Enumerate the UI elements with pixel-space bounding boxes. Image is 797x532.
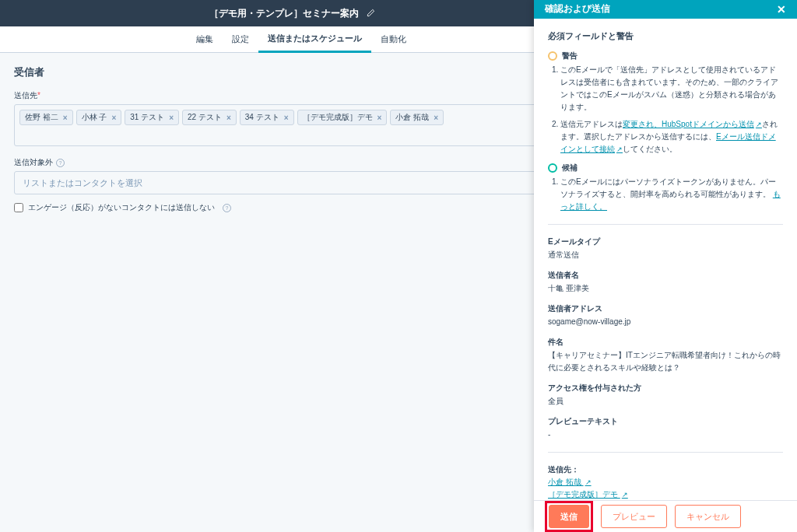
- drawer-title: 確認および送信: [545, 2, 610, 16]
- ok-icon: [548, 163, 557, 173]
- remove-pill-icon[interactable]: ×: [63, 114, 68, 122]
- unengaged-label: エンゲージ（反応）がないコンタクトには送信しない: [28, 202, 215, 213]
- email-type-value: 通常送信: [548, 249, 783, 261]
- warning-item: このEメールで「送信先」アドレスとして使用されているアドレスは受信者にも含まれて…: [560, 64, 783, 114]
- recipients-heading: 受信者: [14, 65, 564, 79]
- recipient-pill[interactable]: 31 テスト ×: [125, 110, 179, 125]
- page-title: ［デモ用・テンプレ］セミナー案内: [209, 7, 359, 20]
- remove-pill-icon[interactable]: ×: [169, 114, 174, 122]
- recipient-pill-label: 小林 子: [82, 112, 107, 123]
- help-icon[interactable]: ?: [56, 159, 65, 167]
- recipient-pill[interactable]: 22 テスト ×: [182, 110, 237, 125]
- recipient-pill[interactable]: 小林 子 ×: [76, 110, 122, 125]
- tab-automation[interactable]: 自動化: [371, 26, 416, 53]
- recipient-pill[interactable]: 小倉 拓哉 ×: [390, 110, 444, 125]
- close-icon[interactable]: ✕: [777, 3, 786, 16]
- drawer-header: 確認および送信 ✕: [534, 0, 797, 19]
- required-fields-heading: 必須フィールドと警告: [548, 30, 783, 44]
- suggestion-item: このEメールにはパーソナライズトークンがありません。パーソナライズすると、開封率…: [560, 176, 783, 213]
- exclude-select[interactable]: リストまたはコンタクトを選択 ▼: [14, 171, 564, 194]
- exclude-label: 送信対象外?: [14, 157, 564, 168]
- unengaged-checkbox-row[interactable]: エンゲージ（反応）がないコンタクトには送信しない ?: [14, 202, 564, 213]
- recipient-pill-label: 22 テスト: [188, 112, 222, 123]
- remove-pill-icon[interactable]: ×: [111, 114, 116, 122]
- access-label: アクセス権を付与された方: [548, 382, 783, 394]
- sendto-select[interactable]: 佐野 裕二 ×小林 子 ×31 テスト ×22 テスト ×34 テスト ×［デモ…: [14, 104, 564, 146]
- drawer-recipient-link[interactable]: 小倉 拓哉 ↗: [548, 476, 783, 488]
- recipient-pill-label: ［デモ完成版］デモ: [303, 112, 373, 123]
- recipient-pill[interactable]: 34 テスト ×: [240, 110, 294, 125]
- tab-settings[interactable]: 設定: [223, 26, 258, 53]
- remove-pill-icon[interactable]: ×: [284, 114, 289, 122]
- preview-text-value: -: [548, 429, 783, 441]
- unengaged-checkbox[interactable]: [14, 203, 23, 212]
- from-addr-value: sogame@now-village.jp: [548, 316, 783, 328]
- send-button-highlight: 送信: [545, 501, 593, 532]
- warning-item: 送信元アドレスは変更され、HubSpotドメインから送信↗されます。選択したアド…: [560, 118, 783, 156]
- drawer-recipient-link[interactable]: ［デモ完成版］デモ ↗: [548, 488, 783, 501]
- recipient-pill[interactable]: ［デモ完成版］デモ ×: [297, 110, 388, 125]
- warning-icon: [548, 51, 557, 61]
- from-name-label: 送信者名: [548, 269, 783, 282]
- suggestion-status: 候補: [548, 162, 783, 174]
- send-button[interactable]: 送信: [549, 505, 589, 528]
- from-name-value: 十亀 亜津美: [548, 282, 783, 295]
- recipient-pill-label: 31 テスト: [130, 112, 164, 123]
- drawer-sendto-label: 送信先：: [548, 464, 783, 476]
- sendto-label: 送信先*: [14, 90, 564, 101]
- recipient-pill[interactable]: 佐野 裕二 ×: [19, 110, 73, 125]
- review-send-drawer: 確認および送信 ✕ 必須フィールドと警告 警告 このEメールで「送信先」アドレス…: [534, 0, 797, 532]
- subject-label: 件名: [548, 336, 783, 348]
- recipient-pill-label: 34 テスト: [245, 112, 279, 123]
- access-value: 全員: [548, 395, 783, 408]
- connect-domain-link[interactable]: Eメール送信ドメインとして接続↗: [560, 132, 776, 153]
- recipient-pill-label: 小倉 拓哉: [395, 112, 429, 123]
- tab-send[interactable]: 送信またはスケジュール: [258, 26, 371, 53]
- subject-value: 【キャリアセミナー】ITエンジニア転職希望者向け！これからの時代に必要とされるス…: [548, 349, 783, 374]
- domain-change-link[interactable]: 変更され、HubSpotドメインから送信↗: [623, 120, 762, 128]
- tab-edit[interactable]: 編集: [187, 26, 223, 53]
- help-icon[interactable]: ?: [223, 204, 231, 212]
- remove-pill-icon[interactable]: ×: [377, 114, 382, 122]
- edit-title-icon[interactable]: [367, 9, 375, 19]
- cancel-button[interactable]: キャンセル: [675, 505, 741, 528]
- preview-button[interactable]: プレビュー: [601, 505, 667, 528]
- drawer-footer: 送信 プレビュー キャンセル: [534, 500, 797, 532]
- email-type-label: Eメールタイプ: [548, 236, 783, 248]
- remove-pill-icon[interactable]: ×: [226, 114, 231, 122]
- recipient-pill-label: 佐野 裕二: [25, 112, 58, 123]
- remove-pill-icon[interactable]: ×: [434, 114, 438, 122]
- warning-status: 警告: [548, 50, 783, 62]
- from-addr-label: 送信者アドレス: [548, 303, 783, 315]
- preview-text-label: プレビューテキスト: [548, 415, 783, 428]
